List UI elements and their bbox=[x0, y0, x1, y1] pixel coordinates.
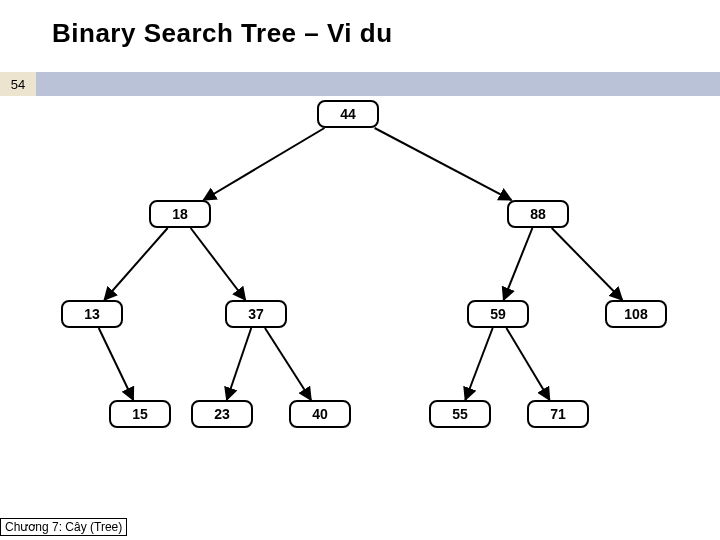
tree-edge bbox=[265, 328, 311, 400]
tree-edge bbox=[506, 328, 549, 400]
slide-number-box: 54 bbox=[0, 72, 36, 96]
footer: Chương 7: Cây (Tree) bbox=[0, 518, 720, 540]
tree-edge bbox=[227, 328, 251, 400]
tree-edge bbox=[191, 228, 246, 300]
tree-node: 18 bbox=[149, 200, 211, 228]
footer-text: Chương 7: Cây (Tree) bbox=[0, 518, 127, 536]
tree-edge bbox=[465, 328, 492, 400]
tree-node: 55 bbox=[429, 400, 491, 428]
tree-node: 40 bbox=[289, 400, 351, 428]
tree-node: 59 bbox=[467, 300, 529, 328]
tree-edge bbox=[552, 228, 623, 300]
page-title: Binary Search Tree – Vi du bbox=[52, 18, 393, 49]
header-bar bbox=[0, 72, 720, 96]
tree-edge bbox=[104, 228, 167, 300]
tree-node: 15 bbox=[109, 400, 171, 428]
tree-edge bbox=[99, 328, 134, 400]
tree-node: 44 bbox=[317, 100, 379, 128]
tree-edge bbox=[504, 228, 533, 300]
tree-node: 37 bbox=[225, 300, 287, 328]
tree-node: 108 bbox=[605, 300, 667, 328]
tree-node: 88 bbox=[507, 200, 569, 228]
tree-node: 23 bbox=[191, 400, 253, 428]
tree-canvas: 4418881337591081523405571 bbox=[0, 96, 720, 516]
tree-node: 71 bbox=[527, 400, 589, 428]
tree-edge bbox=[375, 128, 512, 200]
tree-node: 13 bbox=[61, 300, 123, 328]
tree-edge bbox=[204, 128, 325, 200]
